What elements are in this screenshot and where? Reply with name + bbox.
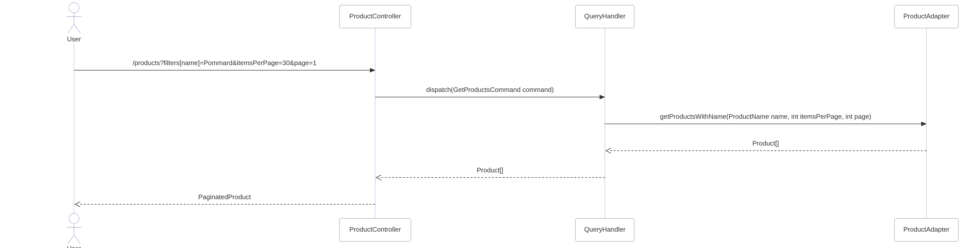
participant-controller-top: ProductController — [339, 5, 411, 28]
participant-adapter-label-top: ProductAdapter — [904, 12, 950, 20]
message-2: dispatch(GetProductsCommand command) — [375, 86, 605, 99]
svg-point-0 — [69, 3, 79, 13]
svg-line-20 — [68, 235, 74, 244]
message-5-label: Product[] — [477, 166, 503, 174]
message-2-label: dispatch(GetProductsCommand command) — [426, 86, 554, 93]
actor-user-top: User — [66, 3, 82, 43]
svg-marker-11 — [600, 95, 605, 99]
participant-handler-top: QueryHandler — [576, 5, 634, 28]
message-6-label: PaginatedProduct — [198, 193, 251, 201]
participant-adapter-label-bottom: ProductAdapter — [904, 226, 950, 233]
participant-controller-label-top: ProductController — [349, 12, 401, 20]
message-4-label: Product[] — [752, 139, 779, 147]
message-5: Product[] — [376, 166, 605, 180]
svg-marker-13 — [921, 122, 926, 126]
svg-line-4 — [74, 24, 80, 33]
message-4: Product[] — [606, 139, 926, 153]
sequence-diagram: User ProductController QueryHandler Prod… — [0, 0, 980, 248]
svg-line-21 — [74, 235, 80, 244]
participant-handler-label-top: QueryHandler — [584, 12, 625, 20]
message-3: getProductsWithName(ProductName name, in… — [605, 113, 926, 126]
participant-adapter-bottom: ProductAdapter — [894, 218, 958, 242]
message-1: /products?filters[name]=Pommard&itemsPer… — [74, 59, 375, 72]
participant-handler-bottom: QueryHandler — [576, 218, 634, 242]
message-1-label: /products?filters[name]=Pommard&itemsPer… — [133, 59, 317, 67]
participant-handler-label-bottom: QueryHandler — [584, 226, 625, 233]
actor-user-bottom: User — [66, 213, 82, 248]
svg-point-17 — [69, 213, 79, 224]
svg-marker-9 — [370, 68, 375, 72]
svg-line-3 — [68, 24, 74, 33]
actor-user-label-top: User — [67, 35, 81, 43]
message-3-label: getProductsWithName(ProductName name, in… — [660, 113, 871, 120]
actor-user-label-bottom: User — [67, 245, 81, 248]
participant-controller-label-bottom: ProductController — [349, 226, 401, 233]
participant-controller-bottom: ProductController — [339, 218, 411, 242]
participant-adapter-top: ProductAdapter — [894, 5, 958, 28]
message-6: PaginatedProduct — [75, 193, 375, 207]
